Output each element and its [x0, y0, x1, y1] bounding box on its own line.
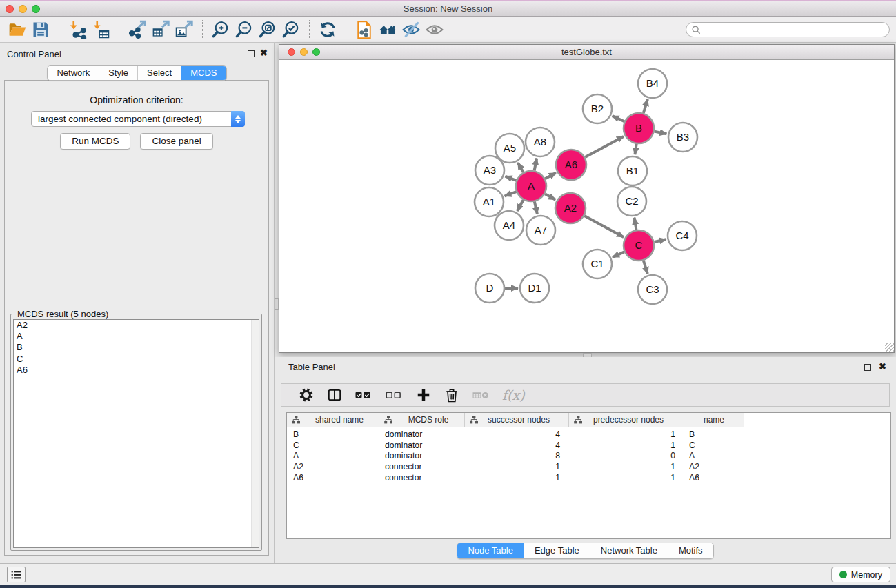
graph-edge-A-A5[interactable]: [518, 163, 524, 172]
mcds-result-list[interactable]: A2ABCA6: [13, 319, 259, 548]
zoom-in-icon[interactable]: [209, 19, 232, 41]
graph-node-A7[interactable]: A7: [526, 216, 555, 245]
graph-edge-A-A6[interactable]: [545, 173, 556, 179]
table-tab-motifs[interactable]: Motifs: [668, 543, 713, 558]
graph-node-C2[interactable]: C2: [617, 187, 646, 216]
search-input[interactable]: [701, 23, 889, 36]
graph-edge-A-A1[interactable]: [505, 192, 517, 196]
tab-style[interactable]: Style: [99, 66, 137, 80]
network-window-titlebar[interactable]: testGlobe.txt: [279, 45, 894, 60]
table-row[interactable]: A2connector11A2: [287, 461, 890, 472]
import-table-icon[interactable]: [89, 19, 112, 41]
graph-edge-C-C3[interactable]: [644, 261, 648, 274]
column-visibility-icon[interactable]: [326, 385, 343, 405]
graph-edge-A-A4[interactable]: [517, 200, 524, 211]
first-neighbors-icon[interactable]: [376, 19, 399, 41]
graph-edge-B-B4[interactable]: [644, 99, 648, 113]
deselect-all-icon[interactable]: [385, 385, 404, 405]
table-row[interactable]: A6connector11A6: [287, 472, 890, 483]
graph-node-A4[interactable]: A4: [495, 211, 524, 240]
table-row[interactable]: Adominator80A: [287, 451, 890, 462]
column-header-name[interactable]: name: [684, 413, 744, 427]
refresh-view-icon[interactable]: [316, 19, 339, 41]
select-all-icon[interactable]: [355, 385, 373, 405]
mcds-result-item[interactable]: A: [14, 331, 259, 342]
graph-node-B3[interactable]: B3: [668, 123, 697, 152]
mcds-result-item[interactable]: B: [14, 342, 259, 353]
graph-edge-B-B1[interactable]: [635, 144, 636, 154]
graph-node-A1[interactable]: A1: [475, 187, 504, 216]
graph-node-C3[interactable]: C3: [638, 275, 667, 304]
export-table-icon[interactable]: [149, 19, 172, 41]
graph-node-C4[interactable]: C4: [668, 221, 697, 250]
mcds-result-item[interactable]: A2: [14, 320, 259, 331]
column-header-predecessor-nodes[interactable]: predecessor nodes: [569, 413, 684, 427]
table-tab-edge-table[interactable]: Edge Table: [524, 543, 590, 558]
network-graph[interactable]: B4B2BB3A5A8A6B1A3AA1C2A2A4A7C4CC1C3DD1: [279, 60, 894, 352]
graph-node-A8[interactable]: A8: [526, 128, 555, 156]
run-mcds-button[interactable]: Run MCDS: [60, 133, 130, 150]
graph-node-D1[interactable]: D1: [520, 274, 549, 303]
close-panel-icon[interactable]: ✖: [879, 361, 886, 372]
export-network-icon[interactable]: [126, 19, 149, 41]
new-network-from-selection-icon[interactable]: [352, 19, 376, 41]
scrollbar-track[interactable]: [251, 320, 259, 547]
graph-node-A6[interactable]: A6: [556, 150, 586, 180]
column-header-MCDS-role[interactable]: MCDS role: [379, 413, 465, 427]
graph-node-A3[interactable]: A3: [475, 156, 504, 185]
zoom-fit-icon[interactable]: [256, 19, 279, 41]
node-table[interactable]: shared nameMCDS rolesuccessor nodesprede…: [286, 412, 891, 539]
criterion-dropdown[interactable]: largest connected component (directed): [31, 111, 245, 127]
column-header-shared-name[interactable]: shared name: [287, 413, 379, 427]
save-session-icon[interactable]: [29, 19, 52, 41]
resize-grip-icon[interactable]: [885, 343, 894, 352]
show-all-icon[interactable]: [423, 19, 446, 41]
graph-edge-A-A3[interactable]: [505, 176, 516, 181]
graph-node-A[interactable]: A: [516, 171, 546, 201]
graph-node-B[interactable]: B: [624, 113, 654, 143]
graph-node-A2[interactable]: A2: [555, 193, 586, 223]
delete-columns-icon[interactable]: [444, 385, 460, 405]
graph-edge-B-B3[interactable]: [655, 132, 667, 134]
splitter-handle-left[interactable]: [275, 298, 279, 310]
graph-node-B4[interactable]: B4: [638, 69, 667, 98]
table-tab-network-table[interactable]: Network Table: [590, 543, 668, 558]
graph-node-B2[interactable]: B2: [583, 94, 612, 123]
graph-edge-A6-B[interactable]: [585, 136, 624, 157]
close-panel-button[interactable]: Close panel: [140, 133, 212, 150]
open-file-icon[interactable]: [6, 19, 29, 41]
mcds-result-item[interactable]: A6: [14, 365, 259, 376]
graph-node-A5[interactable]: A5: [495, 134, 524, 163]
tab-network[interactable]: Network: [48, 66, 99, 80]
network-canvas[interactable]: B4B2BB3A5A8A6B1A3AA1C2A2A4A7C4CC1C3DD1: [279, 60, 894, 352]
float-panel-icon[interactable]: [248, 50, 255, 57]
graph-edge-A-A8[interactable]: [535, 159, 537, 171]
float-panel-icon[interactable]: [864, 364, 871, 371]
tab-select[interactable]: Select: [137, 66, 181, 80]
zoom-selected-icon[interactable]: [279, 19, 303, 41]
graph-edge-A-A7[interactable]: [535, 202, 537, 214]
tab-mcds[interactable]: MCDS: [181, 66, 226, 80]
graph-edge-C-C2[interactable]: [635, 218, 637, 230]
graph-edge-A-A2[interactable]: [545, 194, 555, 200]
search-box[interactable]: [686, 22, 890, 37]
close-panel-icon[interactable]: ✖: [260, 48, 268, 58]
graph-edge-C-C4[interactable]: [655, 239, 666, 242]
hide-selected-icon[interactable]: [399, 19, 423, 41]
graph-node-D[interactable]: D: [475, 274, 504, 303]
table-tab-node-table[interactable]: Node Table: [457, 543, 524, 558]
memory-button[interactable]: Memory: [831, 567, 890, 582]
graph-edge-B-B2[interactable]: [613, 116, 625, 121]
mcds-result-item[interactable]: C: [14, 354, 259, 365]
column-header-successor-nodes[interactable]: successor nodes: [465, 413, 569, 427]
task-history-button[interactable]: [7, 567, 26, 582]
table-row[interactable]: Cdominator41C: [287, 440, 890, 451]
add-column-icon[interactable]: [415, 385, 432, 405]
graph-node-C[interactable]: C: [624, 230, 654, 261]
graph-edge-C-C1[interactable]: [613, 252, 624, 257]
graph-edge-A2-C[interactable]: [584, 216, 624, 237]
table-row[interactable]: Bdominator41B: [287, 429, 890, 440]
table-settings-icon[interactable]: [298, 385, 315, 405]
import-network-icon[interactable]: [66, 19, 89, 41]
graph-node-C1[interactable]: C1: [583, 250, 612, 278]
